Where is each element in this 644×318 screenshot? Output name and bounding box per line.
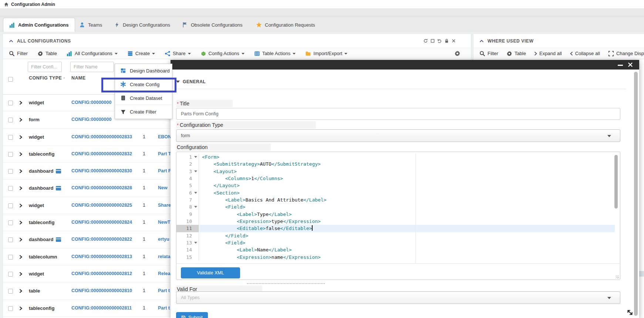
config-name-link[interactable]: CONFIG:00000000 bbox=[71, 117, 111, 122]
config-label-link[interactable]: ertyu bbox=[158, 237, 169, 242]
sort-indicator-icon[interactable]: ● bbox=[63, 76, 65, 80]
tab-admin-configurations[interactable]: Admin Configurations bbox=[3, 18, 75, 32]
row-checkbox[interactable] bbox=[8, 237, 13, 242]
menu-item-create-dataset[interactable]: Create Dataset bbox=[115, 91, 172, 105]
lock-icon[interactable] bbox=[444, 38, 449, 43]
row-checkbox[interactable] bbox=[8, 101, 13, 105]
fold-caret-icon[interactable] bbox=[194, 242, 197, 244]
config-label-link[interactable]: Share bbox=[158, 203, 171, 208]
toolbar-share[interactable]: Share bbox=[165, 51, 191, 57]
column-header-name[interactable]: NAME bbox=[71, 75, 85, 81]
row-expand-chevron-icon[interactable] bbox=[19, 152, 22, 156]
row-checkbox[interactable] bbox=[8, 289, 13, 294]
row-expand-chevron-icon[interactable] bbox=[19, 220, 22, 225]
validate-xml-button[interactable]: Validate XML bbox=[181, 267, 240, 278]
menu-item-create-config[interactable]: Create Config bbox=[115, 78, 172, 91]
column-header-config-type[interactable]: CONFIG TYPE ● bbox=[29, 75, 65, 81]
toolbar-expand-all[interactable]: Expand all bbox=[534, 51, 562, 56]
config-name-link[interactable]: CONFIG:0000000000002828 bbox=[71, 185, 132, 190]
toolbar-table-actions[interactable]: Table Actions bbox=[254, 51, 296, 57]
row-checkbox[interactable] bbox=[8, 186, 13, 191]
chevron-up-icon[interactable] bbox=[479, 40, 484, 43]
toolbar-filter[interactable]: Filter bbox=[9, 51, 28, 57]
fold-caret-icon[interactable] bbox=[194, 192, 197, 194]
select-all-checkbox[interactable] bbox=[8, 77, 13, 82]
row-checkbox[interactable] bbox=[8, 203, 13, 208]
row-checkbox[interactable] bbox=[8, 135, 13, 140]
config-name-link[interactable]: CONFIG:0000000000002811 bbox=[71, 305, 132, 311]
config-label-link[interactable]: Part t bbox=[158, 288, 170, 293]
settings-gear-icon[interactable] bbox=[454, 50, 461, 57]
toolbar-all-configurations[interactable]: All Configurations bbox=[67, 51, 118, 57]
configuration-type-select[interactable]: form bbox=[176, 129, 620, 142]
tab-configuration-requests[interactable]: Configuration Requests bbox=[250, 18, 321, 32]
tab-design-configurations[interactable]: Design Configurations bbox=[108, 18, 176, 32]
row-expand-chevron-icon[interactable] bbox=[19, 135, 22, 139]
config-name-link[interactable]: CONFIG:0000000000002833 bbox=[71, 134, 132, 139]
config-name-link[interactable]: CONFIG:0000000000002810 bbox=[71, 288, 132, 293]
row-expand-chevron-icon[interactable] bbox=[19, 101, 22, 105]
row-expand-chevron-icon[interactable] bbox=[19, 306, 22, 311]
filter-config-type-input[interactable] bbox=[28, 62, 62, 72]
row-checkbox[interactable] bbox=[8, 255, 13, 260]
general-section-toggle[interactable]: GENERAL bbox=[176, 79, 206, 84]
close-icon[interactable] bbox=[451, 38, 456, 43]
config-name-link[interactable]: CONFIG:0000000000002832 bbox=[71, 151, 132, 156]
toolbar-filter[interactable]: Filter bbox=[479, 51, 498, 57]
row-checkbox[interactable] bbox=[8, 118, 13, 122]
row-expand-chevron-icon[interactable] bbox=[19, 237, 22, 242]
editor-scrollbar[interactable] bbox=[614, 155, 618, 209]
row-checkbox[interactable] bbox=[8, 152, 13, 157]
title-input[interactable] bbox=[176, 108, 620, 120]
valid-for-select[interactable]: All Types bbox=[176, 291, 620, 304]
toolbar-create[interactable]: Create bbox=[127, 51, 155, 57]
xml-code-editor[interactable]: 1<Form>2 <SubmitStrategy>AUTO</SubmitStr… bbox=[176, 152, 620, 264]
config-name-link[interactable]: CONFIG:0000000000002824 bbox=[71, 220, 132, 225]
row-expand-chevron-icon[interactable] bbox=[19, 272, 22, 276]
config-name-link[interactable]: CONFIG:0000000000002813 bbox=[71, 254, 132, 259]
config-label-link[interactable]: Part F bbox=[158, 168, 171, 173]
row-checkbox[interactable] bbox=[8, 306, 13, 311]
config-name-link[interactable]: CONFIG:0000000000002830 bbox=[71, 168, 132, 173]
minimize-icon[interactable] bbox=[618, 65, 623, 66]
row-checkbox[interactable] bbox=[8, 272, 13, 277]
row-expand-chevron-icon[interactable] bbox=[19, 289, 22, 293]
config-label-link[interactable]: Relea bbox=[158, 271, 170, 276]
toolbar-collapse-all[interactable]: Collapse all bbox=[570, 51, 600, 56]
fold-caret-icon[interactable] bbox=[194, 170, 197, 172]
modal-scrollbar[interactable] bbox=[634, 72, 638, 316]
restore-icon[interactable] bbox=[430, 38, 435, 43]
row-expand-chevron-icon[interactable] bbox=[19, 118, 22, 122]
chevron-up-icon[interactable] bbox=[9, 40, 13, 43]
menu-item-create-filter[interactable]: Create Filter bbox=[115, 105, 172, 119]
tab-teams[interactable]: Teams bbox=[73, 18, 108, 32]
toolbar-import-export[interactable]: Import/Export bbox=[305, 51, 347, 57]
row-expand-chevron-icon[interactable] bbox=[19, 203, 22, 208]
menu-item-design-dashboard[interactable]: Design Dashboard bbox=[115, 64, 172, 78]
config-name-link[interactable]: CONFIG:0000000000002822 bbox=[71, 237, 132, 242]
filter-name-input[interactable] bbox=[70, 62, 114, 72]
submit-button[interactable]: Submit bbox=[176, 312, 208, 318]
toolbar-table[interactable]: Table bbox=[37, 51, 57, 57]
toolbar-config-actions[interactable]: Config Actions bbox=[200, 51, 245, 57]
resize-grip-icon[interactable] bbox=[616, 275, 619, 278]
toolbar-table[interactable]: Table bbox=[506, 51, 526, 57]
undo-icon[interactable] bbox=[437, 38, 442, 43]
config-name-link[interactable]: CONFIG:00000000 bbox=[71, 100, 111, 105]
toolbar-change-display-d[interactable]: Change Display D bbox=[608, 51, 644, 57]
config-label-link[interactable]: NewT bbox=[158, 220, 170, 225]
fold-caret-icon[interactable] bbox=[194, 156, 197, 158]
config-label-link[interactable]: relata bbox=[158, 254, 170, 259]
config-name-link[interactable]: CONFIG:0000000000002825 bbox=[71, 203, 132, 208]
refresh-icon[interactable] bbox=[423, 38, 428, 43]
config-label-link[interactable]: Part T bbox=[158, 151, 171, 156]
row-expand-chevron-icon[interactable] bbox=[19, 186, 22, 190]
close-icon[interactable] bbox=[627, 62, 633, 68]
row-expand-chevron-icon[interactable] bbox=[19, 169, 22, 173]
row-checkbox[interactable] bbox=[8, 169, 13, 174]
row-checkbox[interactable] bbox=[8, 220, 13, 225]
config-label-link[interactable]: EBON bbox=[158, 134, 171, 139]
tab-obsolete-configurations[interactable]: Obsolete Configurations bbox=[176, 18, 248, 32]
config-label-link[interactable]: Part t bbox=[158, 305, 170, 311]
row-expand-chevron-icon[interactable] bbox=[19, 255, 22, 259]
